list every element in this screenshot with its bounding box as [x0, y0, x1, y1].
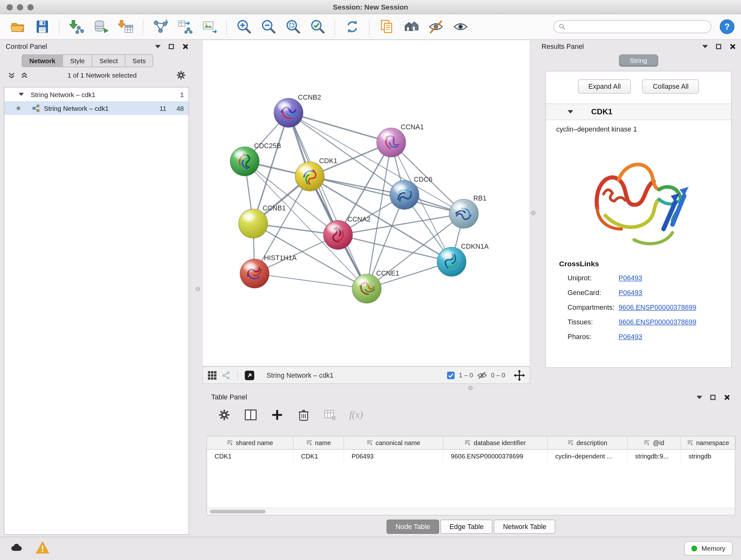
table-cell[interactable]: CDK1: [293, 449, 344, 462]
float-panel-icon[interactable]: [711, 395, 716, 400]
network-node-CCNA1[interactable]: CCNA1: [377, 123, 424, 157]
column-header-id[interactable]: @id: [628, 436, 681, 449]
network-from-table-icon[interactable]: [174, 17, 196, 37]
crosslink-compartments-link[interactable]: 9606.ENSP00000378699: [618, 303, 696, 311]
tab-network-table[interactable]: Network Table: [494, 520, 555, 534]
tab-edge-table[interactable]: Edge Table: [441, 520, 492, 534]
network-canvas[interactable]: CCNB2CCNA1CDC25BCDK1CDC6RB1CCNB1CCNA2CDK…: [202, 40, 530, 366]
duplicate-snapshot-icon[interactable]: [376, 17, 397, 37]
new-network-icon[interactable]: [149, 17, 171, 37]
show-all-icon[interactable]: [449, 17, 471, 37]
warning-icon[interactable]: [36, 542, 49, 556]
home-views-icon[interactable]: [400, 17, 422, 37]
tab-string[interactable]: String: [619, 54, 658, 67]
network-node-CCNB2[interactable]: CCNB2: [274, 94, 321, 127]
import-network-from-file-icon[interactable]: [66, 17, 87, 37]
zoom-in-icon[interactable]: [233, 17, 255, 37]
network-edges[interactable]: [245, 113, 464, 289]
refresh-view-icon[interactable]: [341, 17, 363, 37]
left-splitter-handle[interactable]: [196, 287, 200, 291]
column-header-name[interactable]: name: [293, 436, 344, 449]
cloud-icon[interactable]: [9, 542, 23, 555]
tab-network[interactable]: Network: [22, 54, 63, 67]
column-header-description[interactable]: description: [548, 436, 627, 449]
expand-all-button[interactable]: Expand All: [578, 79, 631, 94]
network-options-gear-icon[interactable]: [176, 70, 186, 80]
network-collection-row[interactable]: String Network – cdk1 1: [4, 87, 189, 101]
table-settings-gear-icon[interactable]: [217, 408, 231, 422]
float-panel-icon[interactable]: [716, 44, 721, 49]
tab-node-table[interactable]: Node Table: [387, 520, 439, 534]
close-panel-icon[interactable]: [724, 394, 730, 400]
bottom-splitter-handle[interactable]: [468, 386, 473, 390]
network-node-CDK1[interactable]: CDK1: [295, 157, 337, 191]
network-node-RB1[interactable]: RB1: [449, 194, 487, 228]
network-node-HIST1H1A[interactable]: HIST1H1A: [240, 254, 297, 288]
save-session-icon[interactable]: [31, 17, 53, 37]
open-session-icon[interactable]: [7, 17, 28, 37]
sort-icon: [687, 440, 693, 446]
column-header-shared-name[interactable]: shared name: [207, 436, 293, 449]
sort-icon: [227, 440, 233, 446]
memory-button[interactable]: Memory: [684, 542, 732, 556]
table-cell[interactable]: 9606.ENSP00000378699: [443, 449, 548, 462]
selected-checkbox-icon[interactable]: [447, 371, 455, 380]
section-disclosure-icon[interactable]: [568, 110, 574, 113]
add-column-icon[interactable]: [270, 408, 284, 422]
float-panel-icon[interactable]: [169, 44, 174, 49]
crosslink-uniprot-link[interactable]: P06493: [618, 274, 642, 282]
scrollbar-thumb[interactable]: [210, 509, 266, 513]
table-cell[interactable]: P06493: [344, 449, 443, 462]
network-overview-icon[interactable]: [221, 370, 231, 380]
zoom-window-button[interactable]: [27, 4, 33, 10]
crosslink-genecard-link[interactable]: P06493: [618, 289, 642, 296]
collapse-all-button[interactable]: Collapse All: [643, 79, 699, 94]
panel-menu-icon[interactable]: [155, 45, 161, 48]
protein-description: cyclin–dependent kinase 1: [546, 120, 731, 133]
close-panel-icon[interactable]: [729, 44, 735, 50]
network-row-selected[interactable]: String Network – cdk1 11 48: [4, 101, 189, 115]
export-image-icon[interactable]: [199, 17, 220, 37]
zoom-out-icon[interactable]: [258, 17, 279, 37]
hide-selected-icon[interactable]: [425, 17, 447, 37]
show-columns-icon[interactable]: [244, 408, 258, 422]
network-node-CCNB1[interactable]: CCNB1: [239, 204, 286, 238]
close-window-button[interactable]: [7, 4, 13, 10]
function-builder-icon[interactable]: f(x): [349, 409, 363, 421]
zoom-selected-icon[interactable]: [307, 17, 328, 37]
import-network-from-database-icon[interactable]: [90, 17, 112, 37]
tab-select[interactable]: Select: [92, 54, 125, 67]
minimize-window-button[interactable]: [17, 4, 23, 10]
help-button[interactable]: ?: [720, 19, 734, 34]
table-cell[interactable]: stringdb: [681, 449, 736, 462]
zoom-fit-icon[interactable]: [282, 17, 304, 37]
table-cell[interactable]: CDK1: [207, 449, 293, 462]
crosslink-label: Pharos:: [559, 333, 619, 340]
column-header-namespace[interactable]: namespace: [681, 436, 736, 449]
right-splitter-handle[interactable]: [531, 211, 536, 215]
tab-style[interactable]: Style: [63, 54, 92, 67]
delete-column-trash-icon[interactable]: [296, 408, 311, 422]
crosslink-tissues-link[interactable]: 9606.ENSP00000378699: [618, 318, 696, 326]
open-in-new-icon[interactable]: [245, 370, 255, 381]
column-header-database-identifier[interactable]: database identifier: [443, 436, 548, 449]
search-input[interactable]: [569, 23, 706, 30]
column-header-canonical-name[interactable]: canonical name: [344, 436, 443, 449]
expand-all-icon[interactable]: [20, 71, 28, 79]
table-cell[interactable]: stringdb:9...: [628, 449, 681, 462]
tab-sets[interactable]: Sets: [125, 54, 153, 67]
collection-disclosure-icon[interactable]: [19, 93, 24, 96]
grid-icon[interactable]: [207, 370, 217, 380]
import-table-from-file-icon[interactable]: [115, 17, 137, 37]
panel-menu-icon[interactable]: [702, 45, 708, 48]
protein-section-header[interactable]: CDK1: [546, 104, 731, 120]
fit-content-icon[interactable]: [514, 369, 525, 381]
toolbar-separator: [226, 18, 226, 35]
close-panel-icon[interactable]: [182, 44, 188, 50]
hidden-eye-slash-icon[interactable]: [477, 370, 487, 381]
panel-menu-icon[interactable]: [697, 395, 702, 399]
delete-table-icon[interactable]: [323, 408, 337, 422]
collapse-all-icon[interactable]: [8, 71, 16, 79]
crosslink-pharos-link[interactable]: P06493: [618, 333, 642, 340]
table-cell[interactable]: cyclin–dependent ...: [548, 449, 627, 462]
